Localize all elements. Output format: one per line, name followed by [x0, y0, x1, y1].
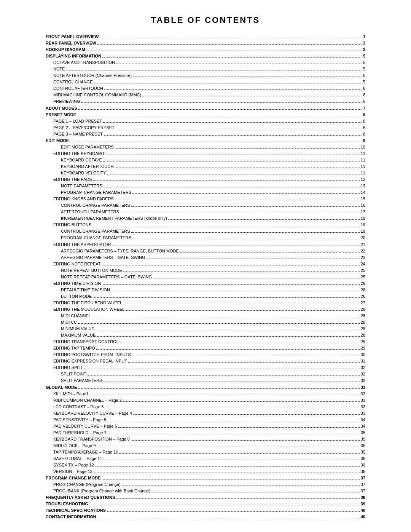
toc-label: SAVE GLOBAL – Page 11 [46, 455, 102, 462]
toc-page: 8 [363, 112, 365, 118]
toc-dots [92, 317, 360, 317]
toc-page: 5 [363, 79, 365, 85]
toc-page: 3 [363, 40, 365, 46]
toc-dots [180, 252, 360, 252]
toc-row: CONTACT INFORMATION40 [46, 514, 365, 520]
toc-label: CONTROL CHANGE PARAMETERS [46, 202, 130, 209]
toc-row: MIDI COMMON CHANNEL – Page 233 [46, 397, 365, 404]
toc-label: EDITING EXPRESSION PEDAL INPUT [46, 358, 127, 364]
toc-label: DISPLAYING INFORMATION [46, 53, 101, 59]
toc-page: 27 [361, 300, 365, 306]
toc-page: 34 [361, 417, 365, 423]
toc-dots [103, 122, 362, 123]
toc-dots [116, 129, 362, 129]
toc-dots [78, 323, 360, 324]
toc-container: FRONT PANEL OVERVIEW1REAR PANEL OVERVIEW… [46, 34, 365, 521]
toc-row: ARPEGGIO PARAMETERS – TYPE, RANGE, BUTTO… [46, 248, 365, 254]
toc-dots [122, 486, 360, 486]
toc-label: NOTE PARAMETERS [46, 183, 102, 189]
toc-row: PROG CHANGE (Program Change)37 [46, 481, 365, 488]
toc-dots [108, 434, 360, 434]
toc-row: LCD CONTRAST – Page 333 [46, 404, 365, 410]
toc-row: EDITING FOOTSWITCH PEDAL INPUTS30 [46, 351, 365, 358]
toc-page: 33 [361, 391, 365, 397]
toc-label: EDITING TRANSPORT CONTROL [46, 339, 119, 345]
toc-label: KEYBOARD VELOCITY CURVE – Page 4 [46, 410, 132, 417]
toc-label: EDITING THE PITCH BEND WHEEL [46, 300, 122, 306]
toc-dots [107, 421, 360, 421]
toc-page: 29 [361, 339, 365, 345]
toc-page: 26 [361, 280, 365, 287]
toc-row: BUTTON MODE26 [46, 293, 365, 300]
toc-page: 33 [361, 410, 365, 417]
toc-dots [95, 466, 360, 466]
toc-label: EDITING NOTE REPEAT [46, 261, 100, 267]
toc-label: MAXIMUM VALUE [46, 332, 96, 339]
toc-row: PROGRAM CHANGE MODE37 [46, 475, 365, 481]
toc-page: 35 [361, 436, 365, 443]
toc-row: EDITING KNOBS AND FADERS15 [46, 196, 365, 202]
toc-dots [103, 161, 360, 161]
toc-dots [96, 330, 360, 330]
toc-page: 6 [363, 92, 365, 98]
toc-dots [126, 310, 360, 311]
toc-dots [118, 427, 360, 428]
toc-page: 11 [361, 150, 365, 157]
toc-label: EDITING THE KEYBOARD [46, 150, 104, 157]
toc-page: 33 [361, 397, 365, 404]
toc-row: CONTROL AFTERTOUCH6 [46, 85, 365, 92]
toc-page: 36 [361, 462, 365, 468]
toc-page: 39 [361, 501, 365, 507]
toc-row: AFTERTOUCH PARAMETERS17 [46, 209, 365, 215]
toc-label: NOTE [46, 66, 65, 72]
toc-label: EDITING THE PADS [46, 176, 92, 183]
toc-row: MINIMUM VALUE28 [46, 326, 365, 332]
toc-row: PAD THRESHOLD – Page 735 [46, 430, 365, 436]
toc-dots [97, 447, 359, 447]
toc-dots [142, 96, 362, 96]
toc-dots [103, 382, 359, 382]
toc-row: KEYBOARD OCTAVE11 [46, 157, 365, 163]
toc-row: MIDI CHANNEL28 [46, 313, 365, 319]
toc-row: DEFAULT TIME DIVISION26 [46, 287, 365, 293]
toc-dots [102, 57, 362, 58]
toc-dots [105, 408, 359, 408]
toc-row: DISPLAYING INFORMATION5 [46, 53, 365, 59]
toc-row: EDITING THE PITCH BEND WHEEL27 [46, 300, 365, 306]
toc-dots [104, 187, 360, 187]
toc-row: SAVE GLOBAL – Page 1136 [46, 455, 365, 462]
toc-label: DEFAULT TIME DIVISION [46, 287, 110, 293]
toc-row: OCTAVE AND TRANSPOSITION5 [46, 59, 365, 66]
toc-dots [104, 89, 362, 90]
toc-label: PAD VELOCITY CURVE – Page 6 [46, 423, 117, 430]
toc-row: EDITING THE MODULATION WHEEL28 [46, 306, 365, 313]
toc-dots [131, 206, 360, 207]
toc-dots [153, 278, 359, 278]
toc-row: REAR PANEL OVERVIEW3 [46, 40, 365, 46]
toc-row: EDITING THE KEYBOARD11 [46, 150, 365, 157]
toc-label: FRONT PANEL OVERVIEW [46, 34, 99, 40]
toc-page: 35 [361, 430, 365, 436]
toc-label: KEYBOARD AFTERTOUCH [46, 163, 113, 170]
toc-row: TROUBLESHOOTING39 [46, 501, 365, 507]
toc-row: ABOUT MODES7 [46, 105, 365, 112]
toc-page: 19 [361, 228, 365, 235]
toc-page: 37 [361, 481, 365, 488]
toc-page: 6 [363, 85, 365, 92]
toc-label: GLOBAL MODE [46, 384, 77, 391]
toc-dots [131, 440, 360, 441]
toc-dots [120, 343, 360, 343]
toc-row: TAP TEMPO AVERAGE – Page 1035 [46, 449, 365, 455]
toc-page: 8 [363, 131, 365, 137]
toc-page: 1 [363, 34, 365, 40]
toc-page: 26 [361, 287, 365, 293]
toc-dots [115, 200, 360, 200]
toc-dots [116, 64, 362, 64]
toc-page: 9 [363, 137, 365, 144]
toc-dots [77, 116, 362, 116]
toc-page: 5 [363, 53, 365, 59]
toc-row: HOOKUP DIAGRAM3 [46, 46, 365, 53]
toc-label: SPLIT POINT [46, 371, 86, 377]
toc-dots [94, 83, 362, 83]
toc-page: 19 [361, 222, 365, 228]
